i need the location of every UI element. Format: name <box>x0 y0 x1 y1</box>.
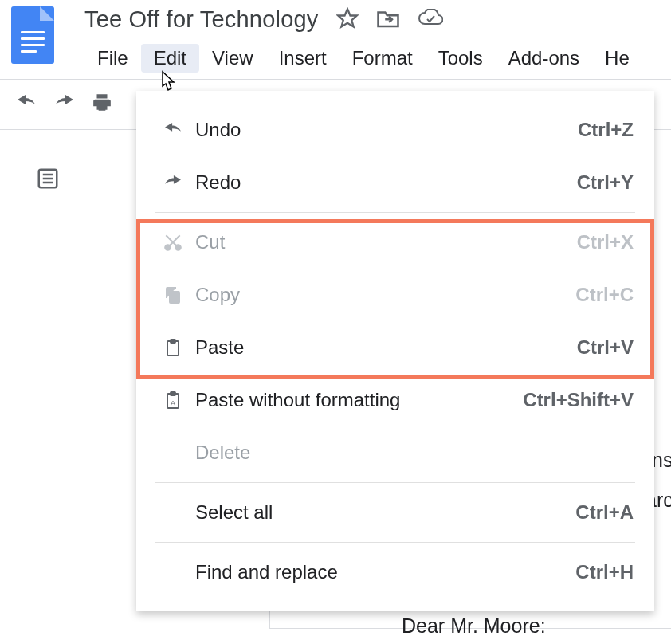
menu-insert[interactable]: Insert <box>266 44 339 73</box>
print-icon[interactable] <box>91 92 113 116</box>
menu-item-select-all[interactable]: Select all Ctrl+A <box>136 486 654 539</box>
menu-item-shortcut: Ctrl+C <box>575 284 634 306</box>
outline-sidebar[interactable] <box>0 130 96 635</box>
menu-format[interactable]: Format <box>339 44 426 73</box>
paste-icon <box>157 336 189 359</box>
menu-separator <box>155 482 635 483</box>
menu-item-redo[interactable]: Redo Ctrl+Y <box>136 156 654 209</box>
paste-plain-icon: A <box>157 389 189 411</box>
menu-bar: File Edit View Insert Format Tools Add-o… <box>84 44 671 73</box>
menu-item-shortcut: Ctrl+V <box>577 336 634 359</box>
docs-logo-icon[interactable] <box>11 6 54 64</box>
doc-salutation: Dear Mr. Moore: <box>402 615 546 638</box>
menu-item-copy[interactable]: Copy Ctrl+C <box>136 269 654 321</box>
cut-icon <box>157 232 189 253</box>
menu-item-delete: Delete <box>136 426 654 479</box>
menu-help-cut[interactable]: He <box>592 44 642 73</box>
menu-edit[interactable]: Edit <box>141 44 199 73</box>
menu-item-shortcut: Ctrl+A <box>575 501 634 524</box>
outline-icon <box>34 167 61 190</box>
menu-item-label: Undo <box>195 119 578 141</box>
doc-content-frag1: ns <box>652 449 671 472</box>
menu-item-find-replace[interactable]: Find and replace Ctrl+H <box>136 546 654 599</box>
edit-dropdown: Undo Ctrl+Z Redo Ctrl+Y Cut Ctrl+X Copy … <box>136 91 654 611</box>
menu-tools[interactable]: Tools <box>426 44 496 73</box>
menu-item-label: Paste without formatting <box>195 389 523 411</box>
menu-item-label: Find and replace <box>195 561 575 583</box>
menu-view[interactable]: View <box>199 44 266 73</box>
svg-rect-9 <box>171 340 175 343</box>
menu-item-shortcut: Ctrl+H <box>575 561 634 583</box>
menu-separator <box>155 212 635 213</box>
star-icon[interactable] <box>336 7 359 33</box>
svg-text:A: A <box>171 399 175 407</box>
menu-item-shortcut: Ctrl+X <box>577 231 634 253</box>
menu-item-shortcut: Ctrl+Shift+V <box>523 389 634 411</box>
svg-rect-11 <box>171 392 175 395</box>
copy-icon <box>157 285 189 305</box>
menu-item-label: Delete <box>195 442 634 464</box>
menu-item-label: Copy <box>195 284 575 306</box>
cloud-status-icon[interactable] <box>418 9 443 31</box>
menu-addons[interactable]: Add-ons <box>496 44 592 73</box>
menu-item-label: Cut <box>195 231 577 253</box>
redo-icon <box>157 175 189 190</box>
menu-item-label: Paste <box>195 336 577 359</box>
menu-separator <box>155 542 635 543</box>
document-title[interactable]: Tee Off for Technology <box>84 6 319 33</box>
move-folder-icon[interactable] <box>376 8 400 32</box>
menu-file[interactable]: File <box>84 44 141 73</box>
svg-point-6 <box>175 245 181 250</box>
svg-rect-7 <box>170 292 179 303</box>
app-header: Tee Off for Technology File <box>0 0 671 73</box>
svg-point-5 <box>165 245 171 250</box>
redo-icon[interactable] <box>53 95 77 114</box>
menu-item-shortcut: Ctrl+Z <box>578 119 634 141</box>
menu-item-paste[interactable]: Paste Ctrl+V <box>136 321 654 374</box>
menu-item-paste-plain[interactable]: A Paste without formatting Ctrl+Shift+V <box>136 374 654 426</box>
menu-item-label: Redo <box>195 171 577 194</box>
menu-item-cut[interactable]: Cut Ctrl+X <box>136 216 654 269</box>
svg-marker-0 <box>338 9 356 26</box>
menu-item-shortcut: Ctrl+Y <box>577 171 634 194</box>
menu-item-label: Select all <box>195 501 575 524</box>
undo-icon[interactable] <box>14 95 38 114</box>
menu-item-undo[interactable]: Undo Ctrl+Z <box>136 104 654 156</box>
undo-icon <box>157 123 189 137</box>
